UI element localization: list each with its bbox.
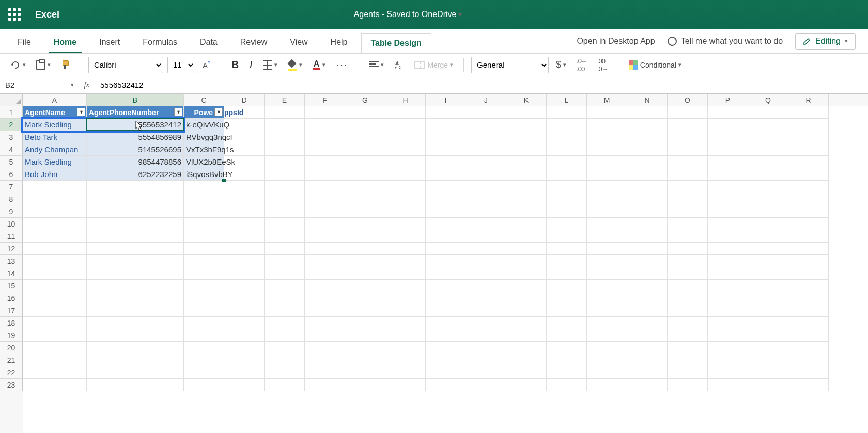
row-header-13[interactable]: 13 bbox=[0, 255, 23, 267]
column-header-N[interactable]: N bbox=[627, 94, 668, 106]
cell-E19[interactable] bbox=[265, 329, 305, 342]
fill-handle[interactable] bbox=[222, 179, 226, 182]
column-header-B[interactable]: B bbox=[87, 94, 184, 106]
cell-C2[interactable]: k-eQIvVKuQ bbox=[184, 119, 224, 131]
cell-K3[interactable] bbox=[506, 131, 547, 143]
cell-E23[interactable] bbox=[265, 379, 305, 391]
row-header-23[interactable]: 23 bbox=[0, 379, 23, 391]
cell-A4[interactable]: Andy Champan bbox=[23, 143, 87, 156]
cell-D16[interactable] bbox=[224, 292, 265, 304]
cell-K9[interactable] bbox=[506, 205, 547, 218]
cell-N15[interactable] bbox=[627, 280, 668, 292]
cell-I23[interactable] bbox=[426, 379, 466, 391]
fill-color-button[interactable]: ▾ bbox=[285, 58, 305, 72]
cell-Q12[interactable] bbox=[748, 243, 788, 255]
cell-G18[interactable] bbox=[345, 317, 385, 329]
cell-I2[interactable] bbox=[426, 119, 466, 131]
grow-font-button[interactable]: A^ bbox=[199, 58, 213, 72]
cell-Q6[interactable] bbox=[748, 168, 788, 181]
cell-O1[interactable] bbox=[668, 106, 708, 119]
cell-E17[interactable] bbox=[265, 304, 305, 317]
cell-G8[interactable] bbox=[345, 193, 385, 205]
cell-C23[interactable] bbox=[184, 379, 224, 391]
cell-E4[interactable] bbox=[265, 143, 305, 156]
cell-G10[interactable] bbox=[345, 218, 385, 230]
column-header-D[interactable]: D bbox=[224, 94, 265, 106]
cell-H23[interactable] bbox=[385, 379, 426, 391]
cell-Q4[interactable] bbox=[748, 143, 788, 156]
cell-C22[interactable] bbox=[184, 366, 224, 379]
cell-E7[interactable] bbox=[265, 181, 305, 193]
cell-F20[interactable] bbox=[305, 342, 345, 354]
cell-E6[interactable] bbox=[265, 168, 305, 181]
cell-E5[interactable] bbox=[265, 156, 305, 168]
cell-R10[interactable] bbox=[788, 218, 829, 230]
cell-B12[interactable] bbox=[87, 243, 184, 255]
borders-button[interactable]: ▾ bbox=[260, 58, 281, 72]
column-header-A[interactable]: A bbox=[23, 94, 87, 106]
tab-help[interactable]: Help bbox=[321, 33, 357, 53]
cell-R22[interactable] bbox=[788, 366, 829, 379]
cell-I11[interactable] bbox=[426, 230, 466, 243]
cell-I8[interactable] bbox=[426, 193, 466, 205]
cell-C10[interactable] bbox=[184, 218, 224, 230]
row-header-18[interactable]: 18 bbox=[0, 317, 23, 329]
row-header-4[interactable]: 4 bbox=[0, 143, 23, 156]
row-header-21[interactable]: 21 bbox=[0, 354, 23, 366]
cell-F7[interactable] bbox=[305, 181, 345, 193]
cell-N20[interactable] bbox=[627, 342, 668, 354]
paste-button[interactable]: ▾ bbox=[33, 58, 54, 72]
cell-D14[interactable] bbox=[224, 267, 265, 280]
cell-O2[interactable] bbox=[668, 119, 708, 131]
cell-K17[interactable] bbox=[506, 304, 547, 317]
align-button[interactable]: ▾ bbox=[366, 59, 387, 71]
cell-P11[interactable] bbox=[708, 230, 748, 243]
cell-D12[interactable] bbox=[224, 243, 265, 255]
cell-H1[interactable] bbox=[385, 106, 426, 119]
cell-F19[interactable] bbox=[305, 329, 345, 342]
cell-B17[interactable] bbox=[87, 304, 184, 317]
cell-J1[interactable] bbox=[466, 106, 506, 119]
cell-G17[interactable] bbox=[345, 304, 385, 317]
tell-me-search[interactable]: Tell me what you want to do bbox=[668, 37, 783, 46]
cell-E3[interactable] bbox=[265, 131, 305, 143]
cell-D8[interactable] bbox=[224, 193, 265, 205]
open-in-desktop[interactable]: Open in Desktop App bbox=[577, 37, 655, 46]
row-header-1[interactable]: 1 bbox=[0, 106, 23, 119]
cell-O19[interactable] bbox=[668, 329, 708, 342]
cell-G19[interactable] bbox=[345, 329, 385, 342]
cell-H18[interactable] bbox=[385, 317, 426, 329]
cell-Q8[interactable] bbox=[748, 193, 788, 205]
cell-O20[interactable] bbox=[668, 342, 708, 354]
cell-J10[interactable] bbox=[466, 218, 506, 230]
cell-B14[interactable] bbox=[87, 267, 184, 280]
cell-N3[interactable] bbox=[627, 131, 668, 143]
cell-Q20[interactable] bbox=[748, 342, 788, 354]
cell-Q1[interactable] bbox=[748, 106, 788, 119]
cell-M13[interactable] bbox=[587, 255, 627, 267]
cell-G3[interactable] bbox=[345, 131, 385, 143]
row-header-8[interactable]: 8 bbox=[0, 193, 23, 205]
cell-M3[interactable] bbox=[587, 131, 627, 143]
cell-P9[interactable] bbox=[708, 205, 748, 218]
cell-Q21[interactable] bbox=[748, 354, 788, 366]
cell-N18[interactable] bbox=[627, 317, 668, 329]
cell-L15[interactable] bbox=[547, 280, 587, 292]
cell-C15[interactable] bbox=[184, 280, 224, 292]
cell-F8[interactable] bbox=[305, 193, 345, 205]
cell-F4[interactable] bbox=[305, 143, 345, 156]
cell-L16[interactable] bbox=[547, 292, 587, 304]
cell-B21[interactable] bbox=[87, 354, 184, 366]
cell-L11[interactable] bbox=[547, 230, 587, 243]
cell-N2[interactable] bbox=[627, 119, 668, 131]
cell-I22[interactable] bbox=[426, 366, 466, 379]
cell-K12[interactable] bbox=[506, 243, 547, 255]
cell-A3[interactable]: Beto Tark bbox=[23, 131, 87, 143]
cell-M4[interactable] bbox=[587, 143, 627, 156]
cell-Q22[interactable] bbox=[748, 366, 788, 379]
cell-B22[interactable] bbox=[87, 366, 184, 379]
cell-C21[interactable] bbox=[184, 354, 224, 366]
cell-A5[interactable]: Mark Siedling bbox=[23, 156, 87, 168]
italic-button[interactable]: I bbox=[246, 57, 256, 73]
row-header-2[interactable]: 2 bbox=[0, 119, 23, 131]
